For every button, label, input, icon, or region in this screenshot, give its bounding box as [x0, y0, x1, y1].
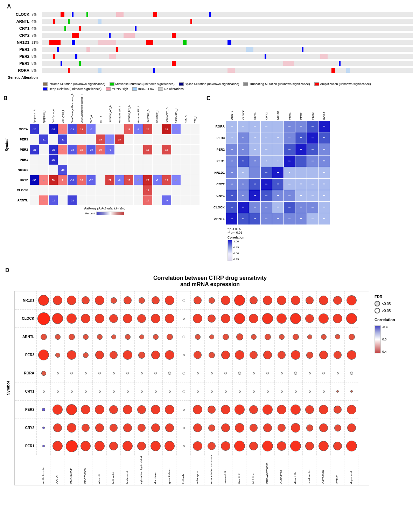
legend-inframe: Inframe Mutation (unknown significance): [43, 82, 105, 86]
heatmap-cell-b: [134, 145, 143, 154]
bubble-cell: [330, 401, 344, 419]
c-corr-colorbar: [227, 240, 232, 261]
bubble-cell: [134, 310, 148, 328]
bubble: [334, 406, 342, 414]
bubble: [251, 334, 257, 340]
heatmap-cell-b: [39, 145, 48, 154]
row-label-c: CLOCK: [206, 202, 226, 213]
d-corr-title: Correlation: [374, 318, 413, 322]
bubble-cell: [64, 310, 78, 328]
bubble: [110, 424, 118, 432]
bubble: [211, 372, 213, 374]
bubble: [249, 314, 258, 323]
legend-amp-icon: [314, 82, 319, 86]
bubble: [253, 391, 255, 393]
row-label-b: CRY2: [10, 175, 29, 185]
heatmap-cell-b: 4: [39, 195, 48, 205]
bubble-cell: [246, 328, 260, 346]
corr-cell: **: [307, 156, 318, 167]
panel-b-label: B: [4, 95, 200, 102]
corr-cell: **: [249, 156, 260, 167]
col-label-c: RORA: [318, 103, 330, 120]
corr-cell: **: [226, 213, 237, 225]
bubble-cell: [162, 310, 176, 328]
bubble: [111, 297, 117, 304]
pct-rora: 5%: [31, 69, 42, 72]
bubble-cell: [106, 310, 120, 328]
bubble-cell: [232, 346, 246, 364]
corr-cell: **: [261, 144, 272, 155]
bubble: [234, 313, 245, 324]
bubble: [224, 372, 227, 374]
col-label-b: RAS/MAPK_A: [162, 103, 171, 124]
heatmap-cell-b: -3: [172, 175, 181, 185]
bubble-row-label: PER2: [15, 401, 36, 419]
bubble-cell: [92, 419, 106, 437]
col-label-b: RAS/MAPK_I: [172, 103, 181, 124]
bubble: [151, 351, 160, 359]
panel-d-title: Correlation between CTRP drug sensitivit…: [5, 275, 415, 288]
bubble-cell: [302, 401, 316, 419]
heatmap-cell-b: 4: [58, 145, 67, 154]
heatmap-cell-b: [30, 155, 39, 165]
row-label-b: PER2: [10, 145, 29, 154]
corr-cell: **: [307, 121, 318, 132]
bubble: [98, 372, 101, 374]
bubble: [305, 442, 314, 450]
bubble-cell: [176, 291, 190, 310]
heatmap-cell-b: 13: [124, 124, 133, 134]
bubble-cell: [344, 346, 358, 364]
bubble: [110, 351, 118, 359]
bubble-cell: [260, 382, 274, 401]
bubble-cell: [190, 382, 204, 401]
bubble: [67, 350, 76, 360]
corr-cell: **: [261, 213, 272, 225]
bubble: [253, 372, 255, 374]
heatmap-cell-b: [190, 134, 200, 144]
heatmap-cell-b: [124, 145, 133, 154]
bubble-col-label: bortezomib: [120, 455, 134, 485]
row-label-b: RORA: [10, 124, 29, 134]
bubble-cell: [120, 382, 134, 401]
legend-missense-label: Missense Mutation (unknown significance): [115, 82, 175, 86]
bubble: [194, 351, 202, 359]
bubble-cell: [232, 382, 246, 401]
bubble: [347, 405, 356, 414]
bubble: [223, 334, 229, 340]
corr-cell: [295, 156, 307, 167]
oncoprint-legend: Inframe Mutation (unknown significance) …: [8, 82, 413, 91]
heatmap-cell-b: -6: [134, 124, 143, 134]
heatmap-cell-b: [153, 165, 162, 175]
row-label-c: PER1: [206, 156, 226, 167]
bubble-cell: [106, 437, 120, 455]
bubble-cell: [190, 437, 204, 455]
corr-cell: **: [238, 202, 249, 213]
bubble: [165, 350, 174, 360]
heatmap-cell-b: -12: [86, 175, 96, 185]
heatmap-cell-b: [115, 185, 124, 195]
heatmap-cell-b: [77, 134, 86, 144]
corr-cell: **: [318, 202, 330, 213]
bubble: [208, 442, 216, 450]
heatmap-cell-b: [190, 195, 200, 205]
col-label-c: PER3: [307, 103, 318, 120]
corr-cell: **: [284, 156, 295, 167]
corr-cell: **: [238, 179, 249, 190]
panel-c-legend: * p < 0.05 ** p < 0.01 Correlation 1.00 …: [227, 227, 416, 261]
bubble: [165, 296, 174, 305]
heatmap-cell-b: [68, 185, 77, 195]
bubble-cell: [162, 346, 176, 364]
bubble: [183, 445, 185, 447]
corr-cell: **: [238, 121, 249, 132]
oncoprint-row-per2: PER2 8%: [7, 53, 413, 60]
heatmap-cell-b: [77, 155, 86, 165]
bubble-cell: [162, 291, 176, 310]
bubble-cell: [246, 346, 260, 364]
bubble-cell: [246, 291, 260, 310]
panel-d-plot-area: NR1D1CLOCKARNTLPER3RORACRY1PER2CRY2PER1m…: [14, 291, 369, 485]
bubble-cell: [246, 401, 260, 419]
corr-cell: **: [307, 144, 318, 155]
bubble: [97, 334, 103, 340]
bubble: [151, 314, 160, 323]
heatmap-cell-b: [115, 155, 124, 165]
